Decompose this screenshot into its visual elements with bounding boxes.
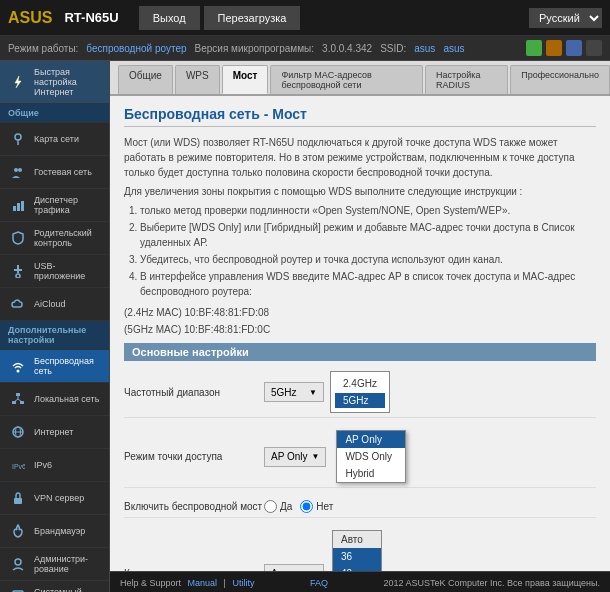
freq-label: Частотный диапазон: [124, 387, 264, 398]
ap-mode-dropdown[interactable]: AP Only ▼: [264, 447, 326, 467]
log-icon: [8, 587, 28, 592]
instruction-4: В интерфейсе управления WDS введите MAC-…: [140, 269, 596, 299]
tab-bar: Общие WPS Мост Фильтр MAC-адресов беспро…: [110, 61, 610, 96]
sidebar-label: Локальная сеть: [34, 394, 99, 404]
instructions-list: только метод проверки подлинности «Open …: [124, 203, 596, 299]
copyright-text: 2012 ASUSTeK Computer Inc. Все права защ…: [384, 578, 600, 588]
freq-options-panel: 2.4GHz 5GHz: [330, 371, 390, 413]
sidebar-item-traffic[interactable]: Диспетчер трафика: [0, 189, 109, 222]
freq-dropdown-btn[interactable]: 5GHz ▼: [264, 382, 324, 402]
freq-dropdown[interactable]: 5GHz ▼: [264, 382, 324, 402]
logo: ASUS: [8, 9, 52, 27]
tab-mac-filter[interactable]: Фильтр MAC-адресов беспроводной сети: [270, 65, 423, 94]
sidebar-item-usb[interactable]: USB-приложение: [0, 255, 109, 288]
ap-mode-option-wdsonly[interactable]: WDS Only: [337, 448, 405, 465]
section-label: Общие: [8, 108, 39, 118]
bridge-yes-radio[interactable]: [264, 500, 277, 513]
sidebar-item-wireless[interactable]: Беспроводная сеть: [0, 350, 109, 383]
channel-opt-36[interactable]: 36: [333, 548, 381, 565]
bridge-no-radio[interactable]: [300, 500, 313, 513]
sidebar-item-lan[interactable]: Локальная сеть: [0, 383, 109, 416]
sidebar-item-guest-network[interactable]: Гостевая сеть: [0, 156, 109, 189]
svg-point-11: [17, 370, 20, 373]
reboot-button[interactable]: Перезагрузка: [204, 6, 301, 30]
mac-info-24: (2.4Hz MAC) 10:BF:48:81:FD:08: [124, 307, 596, 318]
mac-5-text: (5GHz MAC) 10:BF:48:81:FD:0C: [124, 324, 270, 335]
header: ASUS RT-N65U Выход Перезагрузка Русский: [0, 0, 610, 36]
utility-link[interactable]: Utility: [232, 578, 254, 588]
sidebar-section-advanced: Дополнительные настройки: [0, 321, 109, 350]
shield-icon: [8, 228, 28, 248]
tab-radius[interactable]: Настройка RADIUS: [425, 65, 508, 94]
channel-btn[interactable]: Авто ▼: [264, 564, 324, 572]
sidebar-label: Диспетчер трафика: [34, 195, 101, 215]
tab-bridge[interactable]: Мост: [222, 65, 269, 94]
sidebar-item-ipv6[interactable]: IPv6 IPv6: [0, 449, 109, 482]
sidebar-item-quick-setup[interactable]: Быстрая настройка Интернет: [0, 61, 109, 104]
help-text: Help & Support: [120, 578, 181, 588]
mode-label: Режим работы:: [8, 43, 78, 54]
svg-point-3: [14, 168, 18, 172]
svg-point-4: [18, 168, 22, 172]
bridge-yes-label[interactable]: Да: [264, 500, 292, 513]
manual-link[interactable]: Manual: [188, 578, 218, 588]
ap-mode-menu: AP Only WDS Only Hybrid: [336, 430, 406, 483]
firmware-label: Версия микропрограммы:: [195, 43, 315, 54]
sidebar-label: USB-приложение: [34, 261, 101, 281]
sidebar-item-firewall[interactable]: Брандмауэр: [0, 515, 109, 548]
map-icon: [8, 129, 28, 149]
sub-header: Режим работы: беспроводной роутер Версия…: [0, 36, 610, 61]
channel-opt-40[interactable]: 40: [333, 565, 381, 571]
svg-rect-5: [13, 206, 16, 211]
svg-text:IPv6: IPv6: [12, 463, 25, 470]
channel-dropdown[interactable]: Авто ▼: [264, 564, 324, 572]
ap-mode-label: Режим точки доступа: [124, 451, 264, 462]
freq-opt-24[interactable]: 2.4GHz: [335, 376, 385, 391]
network-icon: [8, 389, 28, 409]
exit-button[interactable]: Выход: [139, 6, 200, 30]
ssid-link2[interactable]: asus: [443, 43, 464, 54]
firmware-value: 3.0.0.4.342: [322, 43, 372, 54]
svg-marker-0: [15, 76, 21, 88]
mac-info-5: (5GHz MAC) 10:BF:48:81:FD:0C: [124, 324, 596, 335]
channel-value: Авто: [271, 568, 293, 571]
language-select[interactable]: Русский: [529, 8, 602, 28]
svg-rect-6: [17, 203, 20, 211]
ap-mode-option-hybrid[interactable]: Hybrid: [337, 465, 405, 482]
content-area: Общие WPS Мост Фильтр MAC-адресов беспро…: [110, 61, 610, 592]
desc-para: Мост (или WDS) позволяет RT-N65U подключ…: [124, 135, 596, 180]
tab-general[interactable]: Общие: [118, 65, 173, 94]
bridge-no-label[interactable]: Нет: [300, 500, 333, 513]
sidebar-item-internet[interactable]: Интернет: [0, 416, 109, 449]
sidebar-item-syslog[interactable]: Системный журнал: [0, 581, 109, 592]
tab-professional[interactable]: Профессионально: [510, 65, 610, 94]
sidebar-item-vpn[interactable]: VPN сервер: [0, 482, 109, 515]
sidebar-item-aicloud[interactable]: AiCloud: [0, 288, 109, 321]
section-basic-title: Основные настройки: [124, 343, 596, 361]
tab-wps[interactable]: WPS: [175, 65, 220, 94]
faq-link[interactable]: FAQ: [310, 578, 328, 588]
bridge-yes-text: Да: [280, 501, 292, 512]
ap-mode-option-aponly[interactable]: AP Only: [337, 431, 405, 448]
mode-link[interactable]: беспроводной роутер: [86, 43, 186, 54]
ssid-link1[interactable]: asus: [414, 43, 435, 54]
channel-opt-auto[interactable]: Авто: [333, 531, 381, 548]
sidebar-item-admin[interactable]: Администри-рование: [0, 548, 109, 581]
freq-control: 5GHz ▼ 2.4GHz 5GHz: [264, 371, 390, 413]
svg-rect-7: [21, 201, 24, 211]
chevron-down-icon: ▼: [309, 388, 317, 397]
sidebar-item-network-map[interactable]: Карта сети: [0, 123, 109, 156]
sidebar-label: VPN сервер: [34, 493, 84, 503]
freq-row: Частотный диапазон 5GHz ▼ 2.4GHz 5GHz: [124, 367, 596, 418]
footer-separator: |: [224, 578, 226, 588]
lock-icon: [8, 488, 28, 508]
channel-row: Канал Авто ▼ Авто 36 40: [124, 526, 596, 571]
ap-mode-row: Режим точки доступа AP Only ▼ AP Only WD…: [124, 426, 596, 488]
freq-opt-5[interactable]: 5GHz: [335, 393, 385, 408]
wifi-icon: [8, 356, 28, 376]
sidebar-item-parental[interactable]: Родительский контроль: [0, 222, 109, 255]
status-icon-green: [526, 40, 542, 56]
ap-mode-btn[interactable]: AP Only ▼: [264, 447, 326, 467]
instructions-intro: Для увеличения зоны покрытия с помощью W…: [124, 184, 596, 199]
svg-rect-12: [16, 393, 20, 396]
